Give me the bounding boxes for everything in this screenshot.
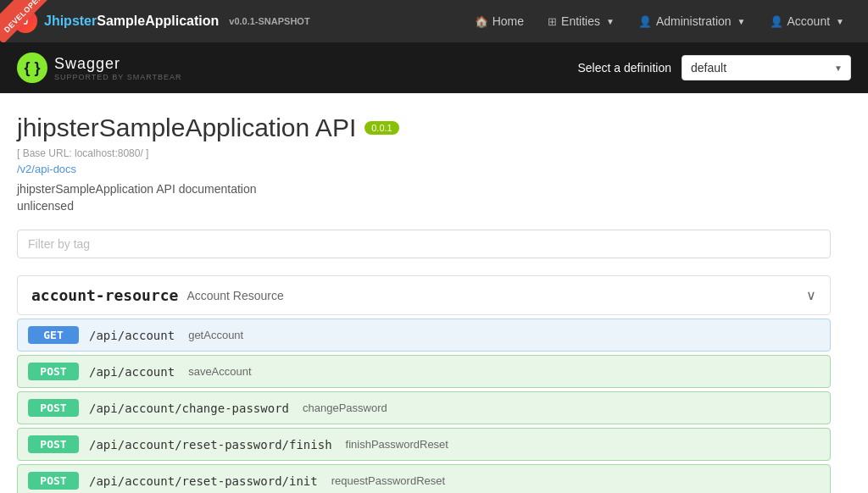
main-content: jhipsterSampleApplication API 0.0.1 [ Ba… [0,93,848,493]
navbar: Developer J JhipsterSampleApplication v0… [0,0,868,42]
account-icon: 👤 [770,15,783,28]
api-title-row: jhipsterSampleApplication API 0.0.1 [17,114,831,142]
method-badge: GET [28,326,79,344]
method-badge: POST [28,399,79,417]
endpoint-row-1[interactable]: POST /api/account saveAccount [17,355,831,388]
api-docs-link[interactable]: /v2/api-docs [17,163,831,175]
swagger-sub: Supported by SMARTBEAR [54,73,182,81]
resource-description: Account Resource [186,289,283,302]
nav-administration-label: Administration [656,14,732,28]
brand-version: v0.0.1-SNAPSHOT [229,16,309,26]
nav-item-account[interactable]: 👤 Account ▼ [760,9,855,33]
administration-dropdown-arrow: ▼ [737,17,746,26]
nav-home-label: Home [492,14,524,28]
resource-section: account-resource Account Resource ∨ GET … [17,275,831,493]
navbar-nav: 🏠 Home ⊞ Entities ▼ 👤 Administration ▼ 👤… [465,9,854,33]
swagger-select-label: Select a definition [577,61,671,75]
endpoint-row-2[interactable]: POST /api/account/change-password change… [17,391,831,424]
nav-entities-label: Entities [561,14,600,28]
endpoint-operation: changePassword [303,402,387,414]
endpoint-list: GET /api/account getAccount POST /api/ac… [17,319,831,493]
home-icon: 🏠 [475,15,488,28]
nav-item-entities[interactable]: ⊞ Entities ▼ [537,9,625,33]
endpoint-operation: saveAccount [188,365,251,378]
endpoint-row-4[interactable]: POST /api/account/reset-password/init re… [17,464,831,493]
api-base-url: [ Base URL: localhost:8080/ ] [17,147,831,159]
endpoint-path: /api/account [89,329,175,342]
filter-input[interactable] [17,230,831,258]
entities-icon: ⊞ [548,15,557,28]
api-description: jhipsterSampleApplication API documentat… [17,182,831,196]
endpoint-operation: getAccount [188,329,243,341]
swagger-definition-select[interactable]: default [682,55,851,80]
endpoint-path: /api/account/change-password [89,402,289,415]
endpoint-path: /api/account/reset-password/init [89,474,318,488]
endpoint-row-3[interactable]: POST /api/account/reset-password/finish … [17,428,831,461]
nav-account-label: Account [787,14,831,28]
account-resource-header[interactable]: account-resource Account Resource ∨ [17,275,831,315]
method-badge: POST [28,472,79,490]
brand-name: JhipsterSampleApplication [44,14,219,29]
swagger-name: Swagger [54,55,182,73]
entities-dropdown-arrow: ▼ [606,17,615,26]
endpoint-operation: finishPasswordReset [346,438,448,451]
resource-name: account-resource [31,286,178,304]
endpoint-row-0[interactable]: GET /api/account getAccount [17,319,831,352]
swagger-bar: { } Swagger Supported by SMARTBEAR Selec… [0,42,868,93]
resource-title-group: account-resource Account Resource [31,286,284,304]
nav-item-administration[interactable]: 👤 Administration ▼ [628,9,756,33]
administration-icon: 👤 [638,15,652,28]
endpoint-path: /api/account/reset-password/finish [89,438,332,451]
api-license: unlicensed [17,199,831,213]
api-title-text: jhipsterSampleApplication API [17,114,356,142]
account-dropdown-arrow: ▼ [836,17,844,26]
endpoint-operation: requestPasswordReset [331,474,445,487]
swagger-text: Swagger Supported by SMARTBEAR [54,55,182,81]
endpoint-path: /api/account [89,365,175,379]
brand-logo-link[interactable]: J JhipsterSampleApplication v0.0.1-SNAPS… [14,9,310,33]
nav-item-home[interactable]: 🏠 Home [465,9,534,33]
swagger-logo: { } Swagger Supported by SMARTBEAR [17,53,182,83]
filter-section [17,230,831,258]
resource-chevron-icon: ∨ [806,287,816,303]
method-badge: POST [28,363,79,380]
swagger-icon: { } [17,53,47,83]
method-badge: POST [28,435,79,453]
swagger-select-group: Select a definition default [577,55,851,80]
swagger-select-wrap: default [682,55,851,80]
api-version-badge: 0.0.1 [364,121,398,135]
